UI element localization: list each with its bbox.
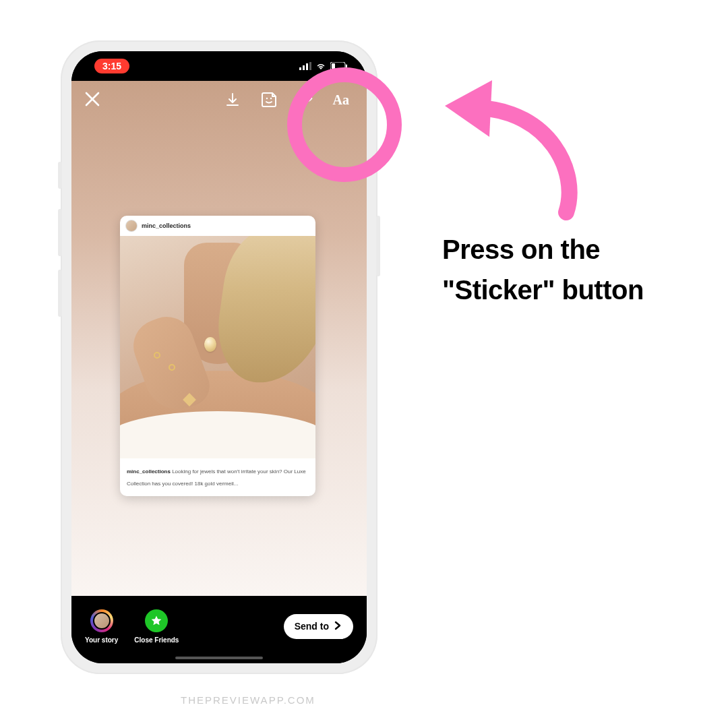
draw-icon[interactable] bbox=[297, 91, 314, 109]
your-story-avatar-icon bbox=[90, 609, 113, 632]
svg-rect-5 bbox=[332, 63, 335, 69]
phone-power-button bbox=[376, 216, 380, 276]
chevron-right-icon bbox=[333, 621, 342, 632]
annotation-arrow-icon bbox=[431, 71, 600, 226]
editor-toolbar: Aa bbox=[71, 90, 367, 109]
phone-notch bbox=[152, 51, 286, 70]
battery-icon bbox=[330, 62, 348, 70]
svg-rect-6 bbox=[346, 65, 347, 68]
phone-side-button bbox=[58, 270, 62, 317]
download-icon[interactable] bbox=[224, 91, 241, 109]
post-username: minc_collections bbox=[142, 222, 191, 229]
close-button[interactable] bbox=[84, 90, 102, 109]
send-to-button[interactable]: Send to bbox=[284, 614, 353, 639]
svg-rect-1 bbox=[303, 65, 305, 70]
phone-screen: 3:15 bbox=[71, 51, 367, 663]
svg-rect-2 bbox=[306, 63, 308, 70]
svg-point-7 bbox=[266, 98, 267, 99]
phone-mockup: 3:15 bbox=[61, 40, 377, 674]
send-to-label: Send to bbox=[295, 621, 329, 632]
svg-point-8 bbox=[270, 98, 271, 99]
close-friends-star-icon bbox=[145, 609, 168, 632]
sticker-icon[interactable] bbox=[260, 91, 278, 109]
close-friends-label: Close Friends bbox=[134, 636, 179, 644]
text-tool-button[interactable]: Aa bbox=[333, 92, 349, 108]
post-image bbox=[120, 236, 315, 458]
home-indicator bbox=[175, 657, 263, 659]
status-time-recording: 3:15 bbox=[94, 59, 129, 73]
signal-icon bbox=[299, 62, 311, 70]
watermark: THEPREVIEWAPP.COM bbox=[181, 694, 315, 706]
caption-username: minc_collections bbox=[127, 468, 171, 475]
story-canvas[interactable]: Aa minc_collections bbox=[71, 81, 367, 596]
instruction-text: Press on the "Sticker" button bbox=[442, 229, 698, 310]
avatar bbox=[125, 220, 138, 232]
post-header: minc_collections bbox=[120, 216, 315, 236]
post-caption: minc_collections Looking for jewels that… bbox=[120, 458, 315, 496]
close-friends-button[interactable]: Close Friends bbox=[134, 609, 179, 644]
phone-side-button bbox=[58, 162, 62, 189]
shared-post-card[interactable]: minc_collections minc_collections Lookin… bbox=[120, 216, 315, 496]
phone-side-button bbox=[58, 209, 62, 256]
svg-rect-3 bbox=[309, 62, 311, 70]
your-story-button[interactable]: Your story bbox=[85, 609, 118, 644]
wifi-icon bbox=[315, 62, 326, 70]
svg-rect-0 bbox=[299, 67, 301, 70]
story-bottom-bar: Your story Close Friends Send to bbox=[71, 596, 367, 663]
your-story-label: Your story bbox=[85, 636, 118, 644]
